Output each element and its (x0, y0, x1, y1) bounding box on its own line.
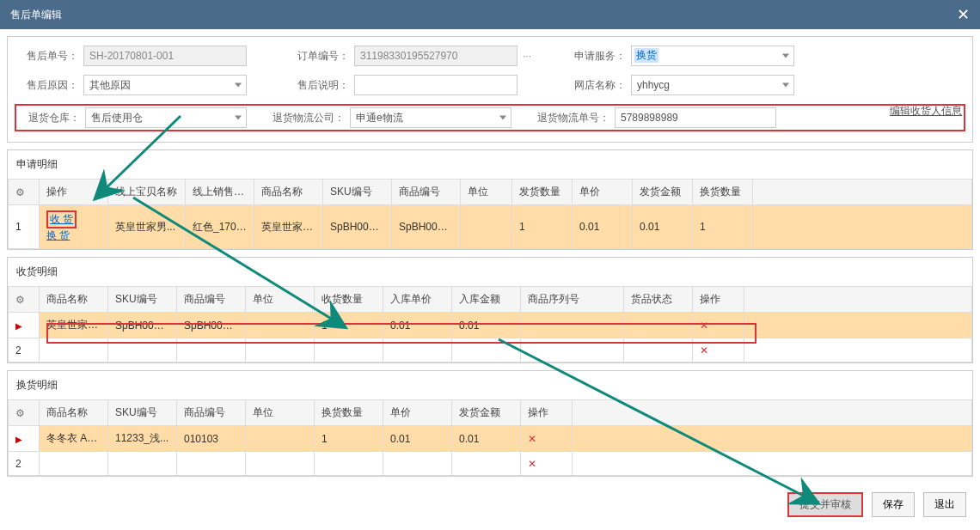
col-pname: 商品名称 (40, 400, 108, 426)
window-title: 售后单编辑 (10, 8, 62, 22)
col-unit: 单位 (246, 400, 315, 426)
col-inamt: 入库金额 (452, 287, 521, 313)
table-row[interactable]: 冬冬衣 Ab... 11233_浅... 010103 1 0.01 0.01 … (9, 426, 972, 452)
gear-icon[interactable] (9, 400, 40, 426)
col-serial: 商品序列号 (521, 287, 624, 313)
cell-unit (461, 205, 512, 249)
cell-pcode: SpBH0000... (392, 205, 461, 249)
col-exqty: 换货数量 (693, 180, 753, 205)
col-pname: 商品名称 (40, 287, 108, 313)
row-idx: 1 (9, 205, 40, 249)
cell-sku: SpBH0000... (323, 205, 392, 249)
receive-section: 收货明细 商品名称 SKU编号 商品编号 单位 收货数量 入库单价 入库金额 商… (7, 257, 973, 363)
edit-consignee-link[interactable]: 编辑收货人信息 (890, 104, 962, 119)
label-shop: 网店名称： (562, 78, 631, 93)
logistics-select[interactable] (350, 107, 511, 128)
col-op: 操作 (693, 287, 744, 313)
label-desc: 售后说明： (285, 78, 354, 93)
col-pname: 商品名称 (254, 180, 323, 205)
label-aftersale-no: 售后单号： (15, 49, 83, 64)
exchange-link[interactable]: 换 货 (46, 229, 70, 241)
gear-icon[interactable] (9, 180, 40, 205)
col-olattr: 线上销售属性 (186, 180, 254, 205)
cell-shipqty: 1 (512, 205, 573, 249)
col-status: 货品状态 (624, 287, 693, 313)
desc-input[interactable] (354, 75, 518, 95)
label-track-no: 退货物流单号： (529, 111, 615, 125)
row-marker (9, 426, 40, 452)
shop-select[interactable] (631, 75, 794, 95)
footer: 提交并审核 保存 退出 (0, 484, 980, 527)
col-unit: 单位 (461, 180, 512, 205)
close-icon[interactable]: ✕ (957, 5, 970, 24)
col-sku: SKU编号 (108, 287, 177, 313)
col-pcode: 商品编号 (177, 400, 246, 426)
receive-table: 商品名称 SKU编号 商品编号 单位 收货数量 入库单价 入库金额 商品序列号 … (8, 286, 972, 362)
submit-button[interactable]: 提交并审核 (787, 492, 863, 517)
row-op: 收 货 换 货 (40, 205, 108, 249)
order-no-more[interactable]: ··· (518, 50, 536, 62)
table-row[interactable]: 2 ✕ (9, 338, 972, 362)
cell-pname: 英皇世家男... (254, 205, 323, 249)
warehouse-select[interactable] (85, 107, 247, 128)
col-unit: 单位 (246, 287, 315, 313)
apply-table: 操作 线上宝贝名称 线上销售属性 商品名称 SKU编号 商品编号 单位 发货数量… (8, 179, 972, 249)
col-pcode: 商品编号 (177, 287, 246, 313)
col-price: 单价 (383, 400, 452, 426)
reason-select[interactable] (83, 75, 247, 95)
track-no-input[interactable] (615, 107, 776, 128)
label-warehouse: 退货仓库： (16, 111, 85, 125)
delete-row-icon[interactable]: ✕ (693, 338, 744, 362)
col-op: 操作 (521, 400, 573, 426)
apply-title: 申请明细 (8, 150, 972, 179)
table-row[interactable]: 2 ✕ (9, 452, 972, 476)
col-sku: SKU编号 (323, 180, 392, 205)
recv-link[interactable]: 收 货 (50, 213, 73, 225)
col-inprice: 入库单价 (383, 287, 452, 313)
col-shipamt: 发货金额 (452, 400, 521, 426)
exit-button[interactable]: 退出 (923, 492, 966, 517)
label-logistics: 退货物流公司： (264, 111, 350, 125)
row-marker (9, 313, 40, 338)
exchange-section: 换货明细 商品名称 SKU编号 商品编号 单位 换货数量 单价 发货金额 操作 … (7, 370, 973, 477)
gear-icon[interactable] (9, 287, 40, 313)
col-olname: 线上宝贝名称 (108, 180, 186, 205)
save-button[interactable]: 保存 (872, 492, 915, 517)
cell-price: 0.01 (573, 205, 633, 249)
delete-row-icon[interactable]: ✕ (521, 452, 573, 476)
order-no-input (354, 46, 518, 66)
col-shipamt: 发货金额 (633, 180, 693, 205)
apply-row[interactable]: 1 收 货 换 货 英皇世家男... 红色_170/... 英皇世家男... S… (9, 205, 972, 249)
label-order-no: 订单编号： (285, 49, 354, 64)
form-panel: 售后单号： 订单编号： ··· 申请服务： 换货 售后原因： 售后说明： 网店名… (7, 36, 973, 143)
titlebar: 售后单编辑 ✕ (0, 0, 980, 29)
table-row[interactable]: 英皇世家男... SpBH0000... SpBH0000... 1 0.01 … (9, 313, 972, 338)
apply-section: 申请明细 操作 线上宝贝名称 线上销售属性 商品名称 SKU编号 商品编号 单位… (7, 149, 973, 250)
col-exqty: 换货数量 (315, 400, 383, 426)
col-pcode: 商品编号 (392, 180, 461, 205)
exchange-title: 换货明细 (8, 371, 972, 399)
label-reason: 售后原因： (15, 78, 83, 93)
exchange-table: 商品名称 SKU编号 商品编号 单位 换货数量 单价 发货金额 操作 冬冬衣 A… (8, 399, 972, 476)
col-op: 操作 (40, 180, 108, 205)
aftersale-no-input (83, 46, 247, 66)
cell-exqty: 1 (693, 205, 753, 249)
col-sku: SKU编号 (108, 400, 177, 426)
col-shipqty: 发货数量 (512, 180, 573, 205)
cell-olattr: 红色_170/... (186, 205, 254, 249)
cell-olname: 英皇世家男... (108, 205, 186, 249)
receive-title: 收货明细 (8, 258, 972, 286)
col-recvqty: 收货数量 (315, 287, 383, 313)
label-service: 申请服务： (562, 49, 631, 64)
cell-shipamt: 0.01 (633, 205, 693, 249)
delete-row-icon[interactable]: ✕ (521, 426, 573, 452)
col-price: 单价 (573, 180, 633, 205)
delete-row-icon[interactable]: ✕ (693, 313, 744, 338)
